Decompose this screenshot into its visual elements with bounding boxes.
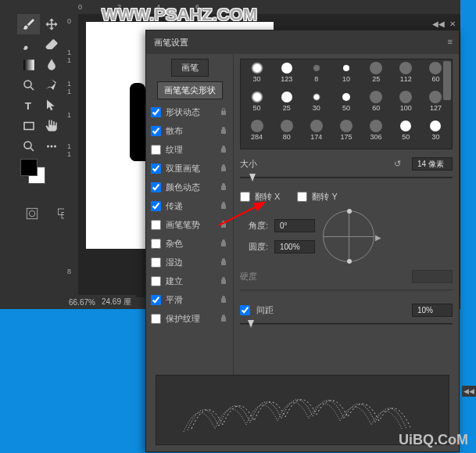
checkbox[interactable] (151, 201, 161, 211)
brush-preset-grid[interactable]: 30 123 8 10 25 112 60 50 25 30 50 60 100… (240, 59, 453, 149)
brush-preset[interactable]: 25 (362, 61, 391, 89)
option-shape-dynamics[interactable]: 形状动态 (149, 102, 230, 121)
brush-preset[interactable]: 50 (242, 90, 271, 118)
blur-tool[interactable] (40, 55, 63, 75)
panel-title: 画笔设置 (154, 37, 188, 49)
brush-preset[interactable]: 174 (302, 119, 331, 147)
option-dual-brush[interactable]: 双重画笔 (149, 159, 230, 178)
dodge-tool[interactable] (17, 75, 40, 95)
checkbox[interactable] (151, 314, 161, 324)
angle-handle[interactable] (347, 209, 352, 214)
flip-y-checkbox[interactable] (297, 192, 307, 202)
brush-preset[interactable]: 50 (331, 90, 360, 118)
angle-control[interactable]: ▶ (323, 210, 374, 262)
checkbox[interactable] (151, 107, 161, 117)
foreground-color[interactable] (20, 159, 38, 176)
brush-tip-shape-button[interactable]: 画笔笔尖形状 (157, 81, 223, 99)
type-tool[interactable]: T (17, 95, 40, 116)
path-select-tool[interactable] (40, 95, 63, 116)
brush-tool[interactable] (17, 14, 40, 34)
brush-preset[interactable]: 25 (272, 90, 301, 118)
roundness-input[interactable] (274, 240, 315, 253)
checkbox[interactable] (151, 276, 161, 286)
flip-x-checkbox[interactable] (240, 192, 250, 202)
brush-preset[interactable]: 8 (302, 61, 331, 89)
angle-input[interactable] (274, 219, 315, 232)
svg-point-1 (24, 81, 31, 88)
eraser-tool[interactable] (40, 34, 63, 55)
brush-presets-button[interactable]: 画笔 (171, 59, 209, 77)
spacing-setting: 间距 (240, 304, 453, 317)
lock-icon[interactable] (219, 295, 228, 304)
checkbox[interactable] (151, 257, 161, 268)
angle-handle[interactable] (347, 259, 352, 264)
zoom-level[interactable]: 66.67% (69, 298, 95, 307)
option-protect-texture[interactable]: 保护纹理 (149, 309, 230, 328)
pen-tool[interactable] (40, 75, 63, 95)
panel-menu-icon[interactable]: ≡ (448, 37, 453, 46)
lock-icon[interactable] (219, 126, 228, 135)
gradient-tool[interactable] (17, 55, 40, 75)
zoom-tool[interactable] (17, 136, 40, 156)
option-texture[interactable]: 纹理 (149, 140, 230, 159)
rectangle-tool[interactable] (17, 116, 40, 136)
lock-icon[interactable] (219, 314, 228, 323)
option-noise[interactable]: 杂色 (149, 234, 230, 253)
checkbox[interactable] (151, 145, 161, 155)
checkbox[interactable] (151, 164, 161, 174)
spacing-checkbox[interactable] (240, 305, 250, 315)
option-buildup[interactable]: 建立 (149, 271, 230, 290)
svg-rect-10 (27, 208, 38, 219)
brush-preset[interactable]: 100 (392, 90, 421, 118)
lock-icon[interactable] (219, 107, 228, 117)
more-tools[interactable] (40, 136, 63, 156)
history-brush-tool[interactable] (17, 34, 40, 55)
brush-preset[interactable]: 30 (242, 61, 271, 89)
size-input[interactable] (412, 157, 453, 171)
hardness-slider (240, 285, 453, 296)
ruler-vertical: 0 1 1 1 1 1 1 1 8 (64, 14, 78, 297)
hand-tool[interactable] (40, 116, 63, 136)
lock-icon[interactable] (219, 145, 228, 154)
brush-preset[interactable]: 112 (392, 61, 421, 89)
panel-controls[interactable]: ◀◀ ✕ (432, 20, 456, 28)
checkbox[interactable] (151, 239, 161, 249)
option-smoothing[interactable]: 平滑 (149, 290, 230, 309)
reset-icon[interactable]: ↺ (394, 159, 401, 169)
svg-line-14 (219, 206, 258, 225)
brush-preset[interactable]: 284 (242, 119, 271, 147)
collapse-icon[interactable]: ◀◀ (462, 386, 476, 397)
quickmask-icon[interactable] (20, 203, 43, 224)
checkbox[interactable] (151, 220, 161, 230)
lock-icon[interactable] (219, 182, 228, 192)
spacing-slider[interactable] (240, 318, 453, 329)
lock-icon[interactable] (219, 276, 228, 286)
brush-preset[interactable]: 123 (272, 61, 301, 89)
spacing-input[interactable] (412, 304, 453, 317)
brush-preset[interactable]: 60 (362, 90, 391, 118)
color-swatches[interactable] (20, 159, 45, 184)
lock-icon[interactable] (219, 239, 228, 248)
option-color-dynamics[interactable]: 颜色动态 (149, 178, 230, 196)
option-scattering[interactable]: 散布 (149, 121, 230, 140)
checkbox[interactable] (151, 126, 161, 136)
brush-preset[interactable]: 30 (302, 90, 331, 118)
brush-preset[interactable]: 50 (392, 119, 421, 147)
size-slider[interactable] (240, 172, 453, 183)
option-wet-edges[interactable]: 湿边 (149, 253, 230, 271)
brush-preset[interactable]: 10 (331, 61, 360, 89)
panel-header: 画笔设置 ≡ (146, 31, 459, 54)
checkbox[interactable] (151, 182, 161, 192)
svg-rect-4 (24, 123, 34, 130)
brush-preset[interactable]: 306 (362, 119, 391, 147)
watermark-top: WWW.PSAHZ.COM (102, 5, 257, 25)
checkbox[interactable] (151, 295, 161, 305)
clone-tool[interactable] (40, 14, 63, 34)
svg-point-8 (50, 146, 52, 148)
lock-icon[interactable] (219, 164, 228, 173)
scrollbar[interactable] (442, 59, 452, 149)
scroll-thumb[interactable] (443, 61, 451, 100)
brush-preset[interactable]: 175 (331, 119, 360, 147)
lock-icon[interactable] (219, 257, 228, 267)
brush-preset[interactable]: 80 (272, 119, 301, 147)
